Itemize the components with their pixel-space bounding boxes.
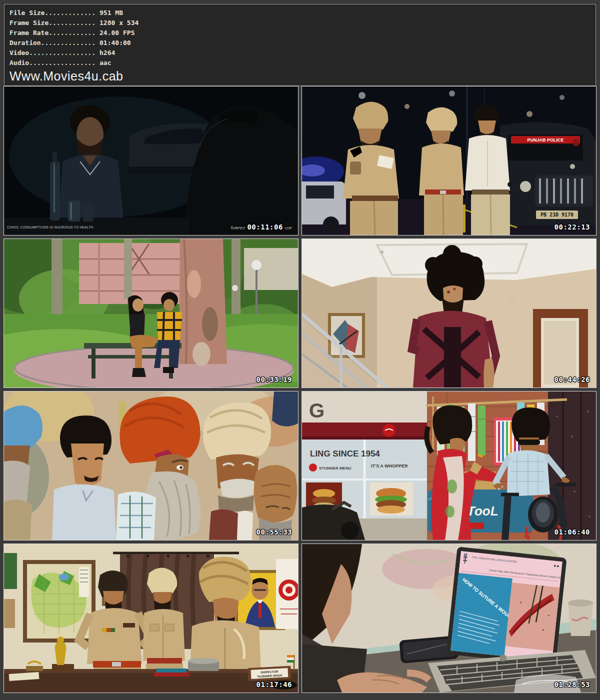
whopper-poster-text: IT'S A WHOPPER — [371, 464, 408, 468]
frame-rate-line: Frame Rate............ 24.00 FPS — [10, 28, 590, 38]
night-police-illustration: PUNJAB POLICE PB 23D 9170 — [302, 86, 596, 235]
park-bench-illustration — [4, 239, 298, 388]
timestamp-5: 00:55:33 — [256, 528, 292, 536]
paper-cup — [568, 600, 593, 636]
big-tree-trunk — [179, 239, 227, 366]
frame-size-line: Frame Size............ 1280 x 534 — [10, 18, 590, 28]
laptop-suture-illustration: THE LONDON WELLNESS CENTRE Home Help wit… — [302, 544, 596, 692]
crest-poster — [276, 559, 298, 629]
subtitle-fragment-right: ਪਤਾ — [285, 226, 292, 231]
hand — [337, 672, 429, 692]
timestamp-8: 01:28:53 — [554, 680, 590, 688]
sikh-crowd-illustration — [4, 392, 298, 540]
file-size-line: File Size............. 951 MB — [10, 8, 590, 18]
timestamp-2: 00:22:13 — [554, 223, 590, 231]
bar-night-illustration — [4, 86, 298, 235]
wound-photo — [506, 582, 560, 651]
duration-line: Duration.............. 01:40:00 — [10, 38, 590, 48]
concrete-circle — [14, 346, 294, 388]
statutory-warning-text: COHOL CONSUMPTIONS IS INJURIOUS TO HEALT… — [7, 226, 93, 229]
menu-poster-text: STUNNER MENU — [319, 466, 352, 470]
screenshot-staircase: 00:44:26 — [302, 238, 596, 388]
timestamp-7: 01:17:46 — [256, 680, 292, 688]
suv-grille — [535, 176, 593, 206]
subtitle-fragment-left: ਮਿਲਾਵਟ — [231, 226, 246, 231]
police-office-illustration: INSPECTOR TAJINDER SINGH — [4, 544, 298, 692]
timestamp-1: 00:11:06 — [247, 223, 282, 231]
timestamp-4: 00:44:26 — [554, 376, 590, 384]
timestamp-6: 01:06:40 — [554, 528, 590, 536]
screenshot-night-police: PUNJAB POLICE PB 23D 9170 — [302, 86, 596, 236]
audio-codec-line: Audio................. aac — [10, 58, 590, 68]
video-codec-line: Video................. h264 — [10, 48, 590, 58]
staircase-illustration — [302, 239, 596, 388]
screenshot-park-bench: 00:33:19 — [4, 238, 298, 388]
screenshot-sikh-crowd: 00:55:33 — [4, 391, 298, 540]
timestamp-3: 00:33:19 — [256, 376, 292, 384]
street-market-illustration: G LING SINCE 1954 STUNNER MENU IT'S A WH… — [302, 392, 596, 540]
subtitle-and-timestamp: ਮਿਲਾਵਟ 00:11:06 ਪਤਾ — [231, 223, 292, 231]
police-suv: PUNJAB POLICE PB 23D 9170 — [498, 122, 596, 226]
storefront-sign-text: LING SINCE 1954 — [310, 449, 380, 458]
laptop-screen: THE LONDON WELLNESS CENTRE Home Help wit… — [446, 546, 566, 666]
license-plate-text: PB 23D 9170 — [540, 212, 574, 218]
desk-nameplate: INSPECTOR TAJINDER SINGH — [248, 666, 291, 681]
police-van-banner-text: PUNJAB POLICE — [527, 138, 564, 142]
screenshot-street-market: G LING SINCE 1954 STUNNER MENU IT'S A WH… — [302, 391, 596, 540]
file-info-panel: File Size............. 951 MB Frame Size… — [4, 4, 596, 86]
screenshot-police-office: INSPECTOR TAJINDER SINGH 01:17:46 — [4, 544, 298, 693]
screenshot-bar-night: COHOL CONSUMPTIONS IS INJURIOUS TO HEALT… — [4, 86, 298, 236]
storefront-letter: G — [309, 400, 324, 422]
screenshot-grid: COHOL CONSUMPTIONS IS INJURIOUS TO HEALT… — [4, 86, 596, 693]
site-watermark: Www.Movies4u.cab — [10, 68, 590, 84]
cart-text: TooL — [467, 504, 498, 518]
screenshot-laptop-suture: THE LONDON WELLNESS CENTRE Home Help wit… — [302, 544, 596, 693]
